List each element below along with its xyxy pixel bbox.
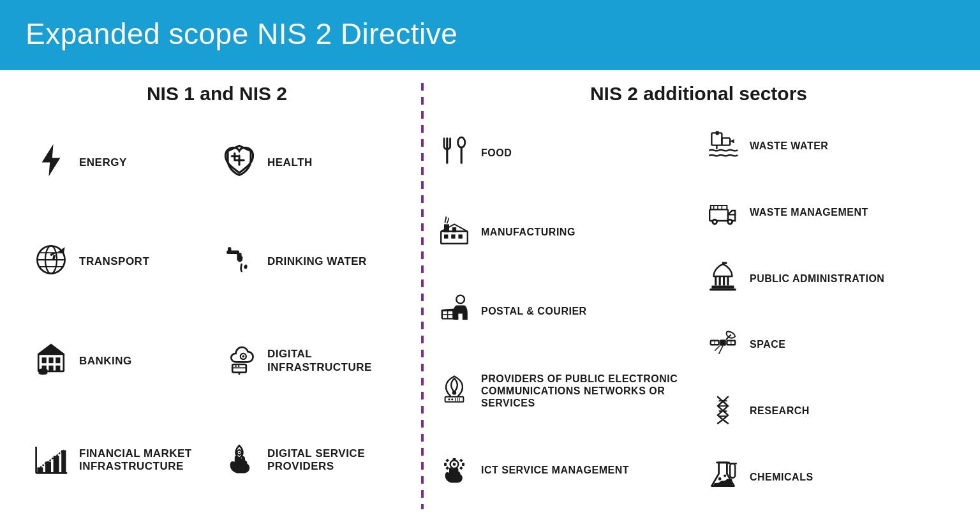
chemicals-icon <box>705 459 741 494</box>
svg-point-46 <box>456 295 464 304</box>
svg-rect-68 <box>716 131 719 135</box>
svg-rect-103 <box>730 464 735 478</box>
svg-rect-81 <box>723 262 727 264</box>
svg-rect-62 <box>462 463 464 466</box>
postal-label: POSTAL & COURIER <box>481 305 587 317</box>
sector-food: FOOD <box>436 116 692 189</box>
svg-rect-61 <box>444 463 447 466</box>
svg-rect-71 <box>709 209 728 221</box>
header: Expanded scope NIS 2 Directive <box>0 0 980 70</box>
svg-point-75 <box>729 220 731 223</box>
food-label: FOOD <box>481 147 512 159</box>
public-admin-label: PUBLIC ADMINISTRATION <box>750 272 884 285</box>
svg-rect-10 <box>228 247 231 253</box>
svg-rect-12 <box>42 357 47 363</box>
sector-health: HEALTH <box>220 116 402 209</box>
svg-point-50 <box>452 391 456 395</box>
digital-infrastructure-label: DIGITAL INFRASTRUCTURE <box>267 348 402 374</box>
svg-rect-88 <box>720 339 726 346</box>
svg-rect-44 <box>458 234 462 238</box>
svg-point-26 <box>238 366 240 368</box>
energy-icon <box>32 143 70 182</box>
banking-label: BANKING <box>79 355 132 368</box>
manufacturing-label: MANUFACTURING <box>481 226 575 238</box>
svg-rect-31 <box>61 450 66 473</box>
svg-rect-59 <box>453 458 456 461</box>
svg-rect-82 <box>715 276 716 285</box>
sector-chemicals: CHEMICALS <box>705 447 961 507</box>
svg-line-95 <box>719 346 723 354</box>
svg-point-37 <box>458 137 465 147</box>
svg-rect-66 <box>459 466 463 470</box>
svg-rect-13 <box>48 357 53 363</box>
svg-rect-30 <box>54 456 59 473</box>
svg-rect-17 <box>56 366 60 371</box>
space-icon <box>705 327 741 362</box>
nis1-title: NIS 1 and NIS 2 <box>32 83 402 105</box>
sector-waste-water: WASTE WATER <box>705 116 961 176</box>
sector-research: RESEARCH <box>705 381 961 441</box>
page-container: Expanded scope NIS 2 Directive NIS 1 and… <box>0 0 980 522</box>
nis2-grid: FOOD <box>436 116 961 507</box>
energy-label: ENERGY <box>79 156 127 169</box>
svg-rect-85 <box>727 276 729 285</box>
svg-point-74 <box>713 220 716 223</box>
manufacturing-icon <box>436 215 472 250</box>
svg-rect-84 <box>723 276 725 285</box>
ict-label: ICT SERVICE MANAGEMENT <box>481 464 629 476</box>
financial-market-icon <box>32 441 70 480</box>
sector-postal: POSTAL & COURIER <box>436 275 692 348</box>
svg-point-20 <box>38 369 47 372</box>
content-area: NIS 1 and NIS 2 ENERGY <box>0 70 980 522</box>
digital-service-icon <box>220 441 258 480</box>
chemicals-label: CHEMICALS <box>750 471 813 483</box>
postal-icon <box>436 294 472 329</box>
drinking-water-label: DRINKING WATER <box>267 255 367 268</box>
space-label: SPACE <box>750 338 785 350</box>
sector-banking: BANKING <box>32 315 214 408</box>
health-icon <box>220 143 258 182</box>
digital-infrastructure-icon <box>220 341 258 380</box>
sector-ict: ICT SERVICE MANAGEMENT <box>436 434 692 507</box>
svg-rect-64 <box>459 459 463 463</box>
nis2-title: NIS 2 additional sectors <box>436 83 961 105</box>
svg-point-102 <box>724 475 726 477</box>
waste-management-icon <box>705 195 741 230</box>
sector-transport: TRANSPORT <box>32 216 214 309</box>
transport-icon <box>32 242 70 281</box>
banking-icon <box>32 341 70 380</box>
waste-water-label: WASTE WATER <box>750 140 828 152</box>
waste-management-label: WASTE MANAGEMENT <box>750 206 868 218</box>
svg-rect-65 <box>445 466 449 470</box>
nis1-and-nis2-section: NIS 1 and NIS 2 ENERGY <box>0 70 421 522</box>
svg-rect-43 <box>451 234 455 238</box>
svg-rect-87 <box>709 288 736 290</box>
sector-manufacturing: MANUFACTURING <box>436 195 692 268</box>
svg-rect-86 <box>711 286 734 289</box>
svg-point-101 <box>718 477 722 481</box>
svg-marker-0 <box>42 144 61 176</box>
nis2-col2: WASTE WATER <box>705 116 961 507</box>
svg-rect-69 <box>722 138 730 145</box>
health-label: HEALTH <box>267 156 313 169</box>
ict-icon <box>436 453 472 488</box>
svg-point-25 <box>235 366 237 368</box>
sector-waste-management: WASTE MANAGEMENT <box>705 183 961 242</box>
waste-water-icon <box>705 129 741 163</box>
research-label: RESEARCH <box>750 405 810 417</box>
transport-label: TRANSPORT <box>79 255 149 268</box>
svg-point-35 <box>239 451 241 453</box>
svg-marker-18 <box>37 344 64 354</box>
research-icon <box>705 394 741 428</box>
svg-point-58 <box>453 463 456 466</box>
sector-digital-infrastructure: DIGITAL INFRASTRUCTURE <box>220 315 402 408</box>
nis2-additional-section: NIS 2 additional sectors <box>424 70 980 522</box>
svg-point-22 <box>242 355 245 358</box>
svg-line-94 <box>715 346 720 351</box>
svg-rect-63 <box>445 459 449 463</box>
nis1-grid: ENERGY <box>32 116 402 507</box>
sector-public-admin: PUBLIC ADMINISTRATION <box>705 248 961 308</box>
providers-label: PROVIDERS OF PUBLIC ELECTRONIC COMMUNICA… <box>481 373 692 410</box>
sector-financial-market: FINANCIAL MARKET INFRASTRUCTURE <box>32 414 214 507</box>
svg-rect-83 <box>719 276 721 285</box>
